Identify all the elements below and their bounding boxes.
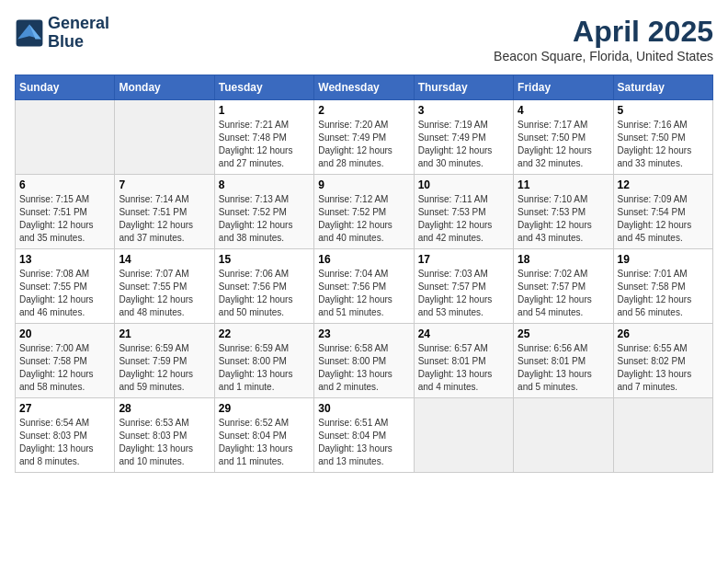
day-number: 1 (219, 104, 310, 117)
day-info: Sunrise: 6:59 AMSunset: 7:59 PMDaylight:… (119, 342, 210, 394)
day-number: 24 (418, 327, 509, 340)
day-number: 10 (418, 178, 509, 191)
logo-icon (15, 18, 44, 48)
day-number: 12 (618, 178, 709, 191)
calendar-row: 13Sunrise: 7:08 AMSunset: 7:55 PMDayligh… (16, 249, 713, 324)
calendar-cell: 24Sunrise: 6:57 AMSunset: 8:01 PMDayligh… (414, 324, 513, 398)
day-info: Sunrise: 7:09 AMSunset: 7:54 PMDaylight:… (618, 193, 709, 245)
day-header: Monday (115, 75, 214, 100)
calendar-cell: 25Sunrise: 6:56 AMSunset: 8:01 PMDayligh… (514, 324, 613, 398)
day-number: 4 (518, 104, 609, 117)
day-info: Sunrise: 7:02 AMSunset: 7:57 PMDaylight:… (518, 268, 609, 319)
calendar-cell: 15Sunrise: 7:06 AMSunset: 7:56 PMDayligh… (214, 249, 313, 324)
calendar-cell: 17Sunrise: 7:03 AMSunset: 7:57 PMDayligh… (414, 249, 513, 324)
calendar-cell: 29Sunrise: 6:52 AMSunset: 8:04 PMDayligh… (214, 398, 313, 473)
calendar-cell: 4Sunrise: 7:17 AMSunset: 7:50 PMDaylight… (514, 100, 613, 175)
day-info: Sunrise: 7:10 AMSunset: 7:53 PMDaylight:… (518, 193, 609, 245)
logo: General Blue (15, 15, 109, 52)
calendar-cell: 8Sunrise: 7:13 AMSunset: 7:52 PMDaylight… (214, 175, 313, 249)
day-header: Saturday (613, 75, 712, 100)
day-number: 19 (618, 253, 709, 266)
day-info: Sunrise: 7:14 AMSunset: 7:51 PMDaylight:… (119, 193, 210, 245)
day-number: 14 (119, 253, 210, 266)
day-info: Sunrise: 7:00 AMSunset: 7:58 PMDaylight:… (19, 342, 110, 394)
day-number: 26 (618, 327, 709, 340)
day-number: 13 (19, 253, 110, 266)
calendar-row: 27Sunrise: 6:54 AMSunset: 8:03 PMDayligh… (16, 398, 713, 473)
calendar-cell (115, 100, 214, 175)
calendar-cell: 2Sunrise: 7:20 AMSunset: 7:49 PMDaylight… (314, 100, 414, 175)
calendar-cell: 6Sunrise: 7:15 AMSunset: 7:51 PMDaylight… (16, 175, 115, 249)
day-number: 2 (318, 104, 409, 117)
day-number: 28 (119, 402, 210, 415)
calendar-cell: 26Sunrise: 6:55 AMSunset: 8:02 PMDayligh… (613, 324, 712, 398)
day-header: Sunday (16, 75, 115, 100)
calendar-cell: 20Sunrise: 7:00 AMSunset: 7:58 PMDayligh… (16, 324, 115, 398)
day-info: Sunrise: 6:55 AMSunset: 8:02 PMDaylight:… (618, 342, 709, 394)
day-info: Sunrise: 6:58 AMSunset: 8:00 PMDaylight:… (318, 342, 409, 394)
calendar-cell (414, 398, 513, 473)
day-number: 16 (318, 253, 409, 266)
calendar-cell: 10Sunrise: 7:11 AMSunset: 7:53 PMDayligh… (414, 175, 513, 249)
day-info: Sunrise: 7:20 AMSunset: 7:49 PMDaylight:… (318, 119, 409, 170)
day-info: Sunrise: 7:06 AMSunset: 7:56 PMDaylight:… (219, 268, 310, 319)
day-info: Sunrise: 7:04 AMSunset: 7:56 PMDaylight:… (318, 268, 409, 319)
calendar-cell (613, 398, 712, 473)
day-info: Sunrise: 7:07 AMSunset: 7:55 PMDaylight:… (119, 268, 210, 319)
day-info: Sunrise: 7:01 AMSunset: 7:58 PMDaylight:… (618, 268, 709, 319)
calendar-cell: 19Sunrise: 7:01 AMSunset: 7:58 PMDayligh… (613, 249, 712, 324)
day-number: 29 (219, 402, 310, 415)
day-number: 18 (518, 253, 609, 266)
calendar-cell: 1Sunrise: 7:21 AMSunset: 7:48 PMDaylight… (214, 100, 313, 175)
day-header: Tuesday (214, 75, 313, 100)
calendar-row: 20Sunrise: 7:00 AMSunset: 7:58 PMDayligh… (16, 324, 713, 398)
day-number: 21 (119, 327, 210, 340)
calendar-cell: 5Sunrise: 7:16 AMSunset: 7:50 PMDaylight… (613, 100, 712, 175)
day-number: 27 (19, 402, 110, 415)
day-number: 23 (318, 327, 409, 340)
day-info: Sunrise: 6:52 AMSunset: 8:04 PMDaylight:… (219, 417, 310, 468)
day-header: Wednesday (314, 75, 414, 100)
day-header: Thursday (414, 75, 513, 100)
calendar-cell: 18Sunrise: 7:02 AMSunset: 7:57 PMDayligh… (514, 249, 613, 324)
day-info: Sunrise: 6:51 AMSunset: 8:04 PMDaylight:… (318, 417, 409, 468)
calendar-cell: 9Sunrise: 7:12 AMSunset: 7:52 PMDaylight… (314, 175, 414, 249)
day-number: 22 (219, 327, 310, 340)
day-info: Sunrise: 7:13 AMSunset: 7:52 PMDaylight:… (219, 193, 310, 245)
day-number: 30 (318, 402, 409, 415)
calendar-cell: 21Sunrise: 6:59 AMSunset: 7:59 PMDayligh… (115, 324, 214, 398)
calendar-cell (514, 398, 613, 473)
title-block: April 2025 Beacon Square, Florida, Unite… (494, 15, 713, 63)
day-number: 17 (418, 253, 509, 266)
calendar-cell: 28Sunrise: 6:53 AMSunset: 8:03 PMDayligh… (115, 398, 214, 473)
calendar-cell: 12Sunrise: 7:09 AMSunset: 7:54 PMDayligh… (613, 175, 712, 249)
calendar-cell: 14Sunrise: 7:07 AMSunset: 7:55 PMDayligh… (115, 249, 214, 324)
subtitle: Beacon Square, Florida, United States (494, 49, 713, 63)
day-number: 6 (19, 178, 110, 191)
day-info: Sunrise: 6:53 AMSunset: 8:03 PMDaylight:… (119, 417, 210, 468)
day-info: Sunrise: 7:21 AMSunset: 7:48 PMDaylight:… (219, 119, 310, 170)
day-number: 3 (418, 104, 509, 117)
day-header: Friday (514, 75, 613, 100)
calendar-row: 1Sunrise: 7:21 AMSunset: 7:48 PMDaylight… (16, 100, 713, 175)
calendar-cell: 30Sunrise: 6:51 AMSunset: 8:04 PMDayligh… (314, 398, 414, 473)
header-row: SundayMondayTuesdayWednesdayThursdayFrid… (16, 75, 713, 100)
day-info: Sunrise: 7:12 AMSunset: 7:52 PMDaylight:… (318, 193, 409, 245)
calendar-cell: 16Sunrise: 7:04 AMSunset: 7:56 PMDayligh… (314, 249, 414, 324)
calendar-table: SundayMondayTuesdayWednesdayThursdayFrid… (15, 75, 713, 473)
calendar-cell: 27Sunrise: 6:54 AMSunset: 8:03 PMDayligh… (16, 398, 115, 473)
day-info: Sunrise: 7:19 AMSunset: 7:49 PMDaylight:… (418, 119, 509, 170)
calendar-row: 6Sunrise: 7:15 AMSunset: 7:51 PMDaylight… (16, 175, 713, 249)
day-info: Sunrise: 7:08 AMSunset: 7:55 PMDaylight:… (19, 268, 110, 319)
day-info: Sunrise: 6:57 AMSunset: 8:01 PMDaylight:… (418, 342, 509, 394)
day-number: 25 (518, 327, 609, 340)
calendar-cell: 22Sunrise: 6:59 AMSunset: 8:00 PMDayligh… (214, 324, 313, 398)
day-number: 8 (219, 178, 310, 191)
calendar-cell: 23Sunrise: 6:58 AMSunset: 8:00 PMDayligh… (314, 324, 414, 398)
day-info: Sunrise: 7:03 AMSunset: 7:57 PMDaylight:… (418, 268, 509, 319)
day-info: Sunrise: 7:15 AMSunset: 7:51 PMDaylight:… (19, 193, 110, 245)
calendar-cell (16, 100, 115, 175)
day-number: 7 (119, 178, 210, 191)
calendar-cell: 3Sunrise: 7:19 AMSunset: 7:49 PMDaylight… (414, 100, 513, 175)
calendar-cell: 13Sunrise: 7:08 AMSunset: 7:55 PMDayligh… (16, 249, 115, 324)
